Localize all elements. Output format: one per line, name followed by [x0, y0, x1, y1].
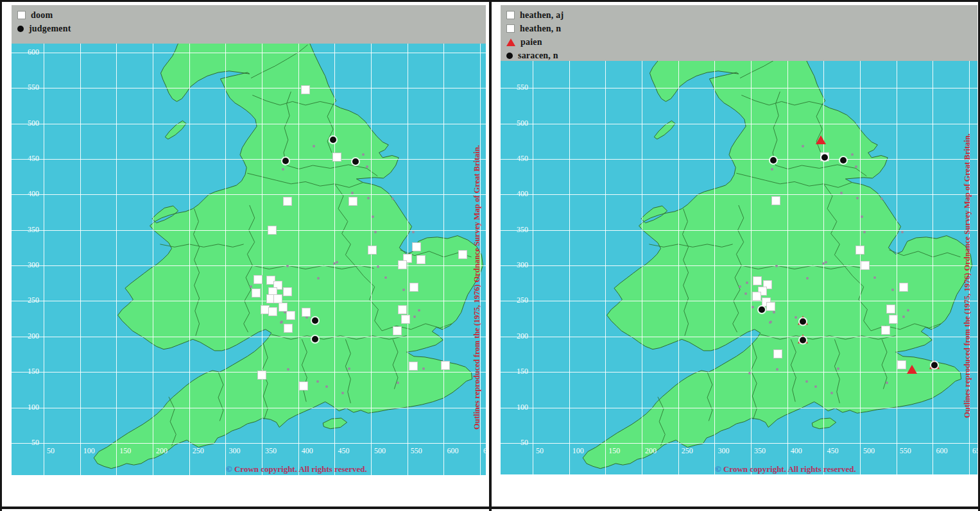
base-town-dot: [855, 165, 857, 168]
gridline-vertical: [153, 44, 153, 475]
marker-square: [268, 226, 276, 234]
base-town-dot: [325, 385, 328, 388]
legend-item-paien: paien: [506, 35, 977, 49]
y-axis-tick-label: 200: [17, 331, 39, 341]
marker-square: [258, 371, 266, 379]
base-town-dot: [891, 289, 894, 291]
marker-square: [302, 308, 310, 316]
base-town-dot: [316, 380, 319, 383]
x-axis-tick-label: 300: [228, 446, 240, 456]
base-town-dot: [830, 392, 833, 394]
y-axis-tick-label: 100: [17, 403, 39, 412]
gridline-horizontal: [501, 337, 977, 337]
gridline-vertical: [225, 44, 226, 475]
marker-square: [269, 308, 277, 315]
x-axis-tick-label: 500: [863, 446, 875, 456]
base-town-dot: [902, 315, 905, 318]
legend-label: heathen, aj: [520, 10, 563, 21]
ordnance-survey-attribution: Outlines reproduced from the (1975, 1976…: [963, 96, 973, 455]
base-town-dot: [282, 168, 284, 171]
gridline-horizontal: [12, 159, 486, 160]
circle-marker-icon: [821, 155, 828, 161]
base-town-dot: [418, 309, 420, 312]
marker-circle: [352, 158, 359, 165]
circle-legend-icon: [17, 26, 24, 32]
base-town-dot: [840, 192, 843, 194]
base-town-dot: [286, 265, 289, 267]
y-axis-tick-label: 350: [506, 225, 528, 235]
y-axis-tick-label: 350: [17, 225, 39, 235]
x-axis-tick-label: 200: [645, 446, 657, 456]
base-town-dot: [873, 276, 876, 279]
x-axis-tick-label: 50: [47, 446, 55, 456]
gridline-horizontal: [12, 88, 486, 88]
circle-marker-icon: [800, 318, 806, 324]
marker-square: [772, 197, 780, 205]
marker-square: [261, 306, 269, 314]
marker-square: [861, 262, 869, 269]
legend-item-saracen-n: saracen, n: [506, 49, 977, 62]
legend-item-doom: doom: [17, 8, 486, 22]
gridline-horizontal: [12, 372, 486, 373]
base-town-dot: [402, 289, 405, 291]
base-town-dot: [907, 309, 909, 312]
base-town-dot: [775, 265, 778, 267]
base-town-dot: [305, 316, 308, 319]
x-axis-tick-label: 400: [302, 446, 313, 456]
gridline-horizontal: [501, 194, 977, 195]
base-town-dot: [805, 380, 808, 383]
marker-square: [774, 350, 782, 358]
copyright-icon: ©: [715, 464, 721, 474]
base-town-dot: [336, 261, 338, 264]
legend-right: heathen, ajheathen, npaiensaracen, n: [501, 5, 977, 61]
marker-square: [409, 362, 417, 370]
ordnance-survey-attribution: Outlines reproduced from the (1975, 1976…: [472, 108, 483, 467]
marker-square: [284, 324, 292, 332]
marker-square: [399, 261, 406, 269]
square-legend-icon: [506, 11, 515, 19]
marker-square: [900, 283, 907, 291]
base-town-dot: [397, 381, 399, 384]
gridline-vertical: [44, 44, 44, 475]
gridline-vertical: [262, 44, 262, 475]
marker-square: [882, 326, 890, 334]
y-axis-tick-label: 550: [506, 83, 528, 92]
base-town-dot: [362, 153, 365, 156]
base-town-dot: [372, 215, 374, 218]
gridline-vertical: [371, 44, 372, 475]
marker-square: [300, 382, 307, 390]
base-town-dot: [313, 145, 315, 147]
base-town-dot: [413, 315, 416, 318]
marker-square: [333, 153, 341, 161]
base-town-dot: [287, 368, 289, 371]
x-axis-tick-label: 350: [754, 446, 766, 456]
base-town-dot: [351, 192, 354, 194]
gridline-horizontal: [501, 88, 977, 88]
marker-square: [267, 295, 275, 303]
gridline-horizontal: [12, 194, 486, 195]
y-axis-tick-label: 600: [17, 47, 39, 57]
base-town-dot: [412, 231, 415, 233]
copyright-text: Crown copyright. All rights reserved.: [721, 464, 856, 474]
x-axis-tick-label: 300: [718, 446, 729, 456]
base-town-dot: [837, 367, 839, 370]
copyright-text: Crown copyright. All rights reserved.: [232, 464, 367, 474]
base-town-dot: [739, 285, 741, 288]
base-town-dot: [851, 153, 854, 156]
gridline-horizontal: [12, 408, 486, 408]
base-town-dot: [822, 262, 825, 265]
marker-square: [349, 197, 357, 205]
x-axis-tick-label: 550: [900, 446, 911, 456]
base-town-dot: [771, 168, 773, 171]
gridline-horizontal: [12, 53, 486, 53]
x-axis-tick-label: 650: [972, 446, 977, 456]
y-axis-tick-label: 150: [17, 367, 39, 376]
y-axis-tick-label: 50: [17, 438, 39, 448]
x-axis-tick-label: 100: [572, 446, 584, 456]
base-town-dot: [366, 165, 368, 168]
base-town-dot: [391, 197, 394, 200]
marker-square: [402, 315, 409, 323]
x-axis-tick-label: 400: [791, 446, 802, 456]
x-axis-tick-label: 250: [682, 446, 693, 456]
marker-square: [252, 289, 260, 297]
